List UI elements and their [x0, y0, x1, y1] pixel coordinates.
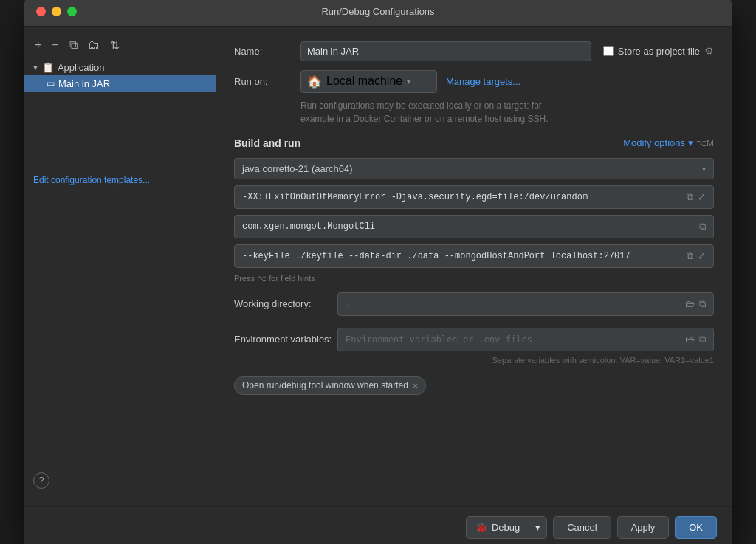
jvm-args-expand-icon[interactable]: ⤢ — [698, 191, 706, 203]
close-button[interactable] — [36, 7, 46, 16]
jvm-args-icons: ⧉ ⤢ — [687, 191, 706, 203]
chip-label: Open run/debug tool window when started — [242, 380, 408, 390]
field-hint: Press ⌥ for field hints — [234, 274, 714, 283]
main-content: Name: Store as project file ⚙ Run on: 🏠 … — [216, 27, 732, 506]
working-dir-text: . — [346, 299, 679, 309]
maximize-button[interactable] — [67, 7, 77, 16]
run-debug-dialog: Run/Debug Configurations + − ⧉ 🗂 ⇅ ▼ 📋 A… — [24, 0, 732, 544]
jvm-args-text: -XX:+ExitOnOutOfMemoryError -Djava.secur… — [242, 192, 681, 202]
sort-button[interactable]: ⇅ — [107, 37, 123, 54]
shortcut-hint: ⌥M — [696, 138, 714, 148]
sidebar-item-main-in-jar[interactable]: ▭ Main in JAR — [24, 75, 216, 92]
sidebar-toolbar: + − ⧉ 🗂 ⇅ — [24, 32, 216, 60]
debug-dropdown-button[interactable]: ▾ — [529, 517, 546, 538]
sdk-dropdown-arrow-icon: ▾ — [702, 165, 706, 173]
debug-arrow-icon: ▾ — [535, 522, 540, 533]
help-button[interactable]: ? — [33, 472, 49, 489]
name-input[interactable] — [300, 41, 591, 61]
new-folder-button[interactable]: 🗂 — [85, 37, 103, 53]
modify-options-label: Modify options — [623, 137, 685, 148]
program-args-text: --keyFile ./keyfile --data-dir ./data --… — [242, 251, 681, 261]
jvm-args-field[interactable]: -XX:+ExitOnOutOfMemoryError -Djava.secur… — [234, 185, 714, 209]
window-controls — [36, 7, 77, 16]
sidebar: + − ⧉ 🗂 ⇅ ▼ 📋 Application ▭ Main in JAR … — [24, 27, 216, 506]
config-file-icon: ▭ — [47, 78, 55, 89]
sdk-label: java corretto-21 (aarch64) — [242, 163, 353, 174]
dialog-body: + − ⧉ 🗂 ⇅ ▼ 📋 Application ▭ Main in JAR … — [24, 27, 732, 506]
settings-icon: ⚙ — [704, 45, 714, 57]
env-vars-row: Environment variables: Environment varia… — [234, 328, 714, 351]
env-hint: Separate variables with semicolon: VAR=v… — [234, 356, 714, 365]
working-dir-folder-icon[interactable]: 🗁 — [685, 298, 695, 310]
sdk-row: java corretto-21 (aarch64) ▾ — [234, 158, 714, 179]
env-vars-placeholder: Environment variables or .env files — [346, 334, 532, 345]
store-as-project-checkbox[interactable] — [603, 46, 614, 56]
run-on-row: Run on: 🏠 Local machine ▾ Manage targets… — [234, 70, 714, 93]
main-class-text: com.xgen.mongot.MongotCli — [242, 221, 693, 232]
debug-button-group: 🐞 Debug ▾ — [466, 516, 547, 539]
manage-targets-link[interactable]: Manage targets... — [446, 76, 520, 87]
program-args-field[interactable]: --keyFile ./keyfile --data-dir ./data --… — [234, 244, 714, 268]
build-run-section-header: Build and run Modify options ▾ ⌥M — [234, 137, 714, 149]
working-dir-copy-icon[interactable]: ⧉ — [699, 298, 706, 310]
open-debug-chip: Open run/debug tool window when started … — [234, 376, 426, 395]
edit-templates-link[interactable]: Edit configuration templates... — [33, 175, 150, 185]
debug-main-button[interactable]: 🐞 Debug — [467, 517, 529, 538]
name-label: Name: — [234, 46, 300, 57]
run-description-text: Run configurations may be executed local… — [300, 100, 549, 124]
sidebar-item-label: Main in JAR — [58, 78, 110, 89]
expand-arrow-icon: ▼ — [32, 63, 39, 72]
env-vars-icons: 🗁 ⧉ — [685, 334, 706, 345]
run-on-select[interactable]: 🏠 Local machine ▾ — [300, 70, 437, 93]
local-machine-text: Local machine — [326, 75, 402, 88]
sdk-select[interactable]: java corretto-21 (aarch64) ▾ — [234, 158, 714, 179]
sidebar-group-label: Application — [58, 62, 105, 73]
title-bar: Run/Debug Configurations — [24, 0, 732, 27]
chip-container: Open run/debug tool window when started … — [234, 376, 714, 395]
run-description: Run configurations may be executed local… — [300, 99, 714, 125]
working-dir-icons: 🗁 ⧉ — [685, 298, 706, 310]
main-class-field[interactable]: com.xgen.mongot.MongotCli ⧉ — [234, 215, 714, 238]
debug-label: Debug — [492, 522, 520, 533]
dialog-title: Run/Debug Configurations — [321, 6, 434, 17]
dropdown-arrow-icon: ▾ — [407, 78, 410, 86]
minimize-button[interactable] — [52, 7, 61, 16]
sidebar-footer: Edit configuration templates... ? — [24, 165, 216, 500]
modify-options-button[interactable]: Modify options ▾ — [623, 137, 693, 148]
debug-icon: 🐞 — [475, 522, 487, 533]
env-vars-folder-icon[interactable]: 🗁 — [685, 334, 695, 345]
apply-button[interactable]: Apply — [617, 516, 670, 539]
home-icon: 🏠 — [307, 75, 322, 89]
working-dir-label: Working directory: — [234, 298, 337, 309]
add-config-button[interactable]: + — [32, 37, 44, 53]
store-as-project-container: Store as project file ⚙ — [603, 45, 714, 57]
ok-button[interactable]: OK — [675, 516, 717, 539]
sdk-select-inner: java corretto-21 (aarch64) ▾ — [242, 163, 706, 174]
chevron-down-icon: ▾ — [688, 137, 693, 148]
main-class-copy-icon[interactable]: ⧉ — [699, 221, 706, 233]
program-args-icons: ⧉ ⤢ — [687, 250, 706, 262]
dialog-footer: 🐞 Debug ▾ Cancel Apply OK — [24, 506, 732, 545]
remove-config-button[interactable]: − — [49, 37, 61, 53]
env-vars-label: Environment variables: — [234, 334, 337, 345]
program-args-copy-icon[interactable]: ⧉ — [687, 250, 693, 262]
name-row: Name: Store as project file ⚙ — [234, 41, 714, 61]
sidebar-group-application[interactable]: ▼ 📋 Application — [24, 60, 216, 75]
section-title: Build and run — [234, 137, 300, 149]
folder-icon: 📋 — [42, 62, 54, 73]
program-args-expand-icon[interactable]: ⤢ — [698, 250, 706, 262]
copy-config-button[interactable]: ⧉ — [66, 37, 80, 53]
working-dir-field[interactable]: . 🗁 ⧉ — [337, 292, 714, 316]
store-as-project-label: Store as project file — [618, 46, 700, 57]
jvm-args-copy-icon[interactable]: ⧉ — [687, 191, 693, 203]
main-class-icons: ⧉ — [699, 221, 706, 233]
cancel-button[interactable]: Cancel — [553, 516, 611, 539]
working-dir-row: Working directory: . 🗁 ⧉ — [234, 292, 714, 316]
run-on-label: Run on: — [234, 76, 300, 87]
chip-close-button[interactable]: × — [413, 380, 419, 391]
env-vars-field[interactable]: Environment variables or .env files 🗁 ⧉ — [337, 328, 714, 351]
env-vars-copy-icon[interactable]: ⧉ — [699, 334, 706, 345]
